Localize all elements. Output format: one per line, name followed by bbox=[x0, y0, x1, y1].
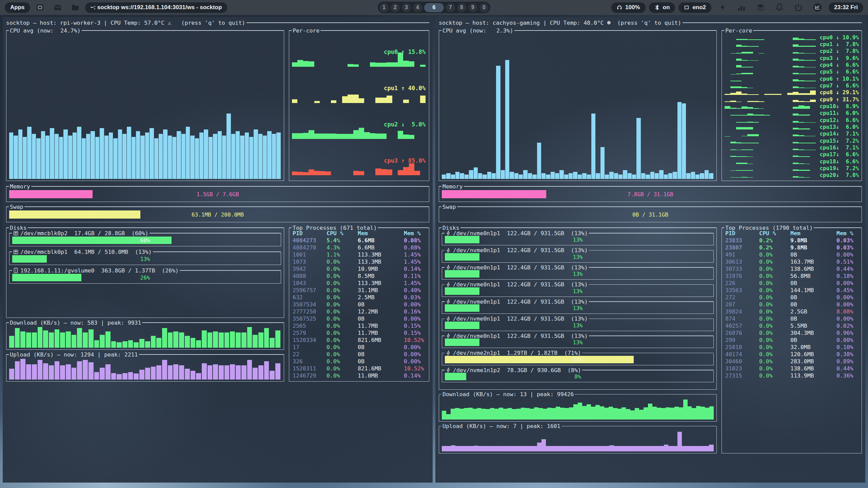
chart-bar bbox=[551, 446, 555, 451]
spark-bar bbox=[730, 156, 736, 157]
spark-bar bbox=[793, 114, 798, 116]
spark-bar bbox=[793, 135, 798, 136]
spark-bar bbox=[810, 122, 816, 123]
process-row: 27772500.0%12.2MB0.16% bbox=[293, 308, 426, 315]
gauge-label: 0B / 31.1GB bbox=[442, 211, 859, 218]
spark-bar bbox=[736, 115, 742, 116]
chart-bar bbox=[691, 446, 695, 451]
spark-bar bbox=[730, 115, 736, 116]
terminal-window-cachyos-gaming[interactable]: socktop — host: cachyos-gaming | CPU Tem… bbox=[435, 17, 865, 483]
spark-bar bbox=[753, 115, 759, 116]
process-cell: 0.0% bbox=[759, 258, 790, 265]
audio-levels-icon[interactable] bbox=[736, 2, 747, 13]
chart-bar bbox=[591, 114, 595, 179]
clock[interactable]: 23:32 Fri bbox=[829, 2, 863, 13]
spark-bar bbox=[403, 135, 409, 139]
workspace-7[interactable]: 7 bbox=[446, 3, 455, 12]
spark-bar bbox=[804, 93, 810, 95]
process-row: 335630.0%144.1MB0.45% bbox=[725, 287, 858, 294]
chart-bar bbox=[565, 408, 569, 419]
process-cell: 0.00% bbox=[404, 344, 426, 351]
folder-icon[interactable] bbox=[70, 2, 80, 13]
swap-panel: Swap 0B / 31.1GB bbox=[439, 207, 862, 222]
chart-bar bbox=[595, 405, 600, 419]
chart-bar bbox=[473, 409, 477, 420]
chart-bar bbox=[682, 103, 686, 179]
download-title: Download (KB/s) — now: 13 | peak: 99426 bbox=[441, 391, 575, 398]
disk-gauge-label: 13% bbox=[12, 256, 278, 263]
spark-bar bbox=[342, 96, 348, 103]
chart-bar bbox=[564, 175, 568, 179]
process-cell: 0.11% bbox=[404, 272, 426, 280]
spark-bar bbox=[804, 46, 810, 47]
layers-icon[interactable] bbox=[755, 2, 766, 13]
process-row: 238330.2%9.8MB0.03% bbox=[725, 237, 858, 244]
process-cell: 11.0MB bbox=[358, 372, 404, 379]
core-label: cpu4 ↓ 6.6% bbox=[820, 61, 859, 68]
spark-bar bbox=[725, 101, 730, 102]
window-title[interactable]: ~: socktop ws://192.168.1.104:3031/ws - … bbox=[85, 2, 228, 13]
spark-bar bbox=[314, 171, 320, 175]
spark-bar bbox=[736, 163, 742, 164]
core-row-cpu14: cpu14↓ 7.1% bbox=[725, 130, 859, 137]
chart-bar bbox=[32, 332, 37, 348]
apps-button[interactable]: Apps bbox=[5, 2, 30, 13]
spark-bar bbox=[381, 169, 387, 175]
chart-bar bbox=[666, 407, 670, 420]
core-sparkline bbox=[725, 145, 815, 150]
process-cell: 0.0% bbox=[327, 329, 358, 337]
bluetooth-indicator[interactable]: on bbox=[649, 2, 675, 13]
chart-bar bbox=[573, 404, 578, 420]
process-cell: 0.0% bbox=[759, 301, 790, 308]
disk-info: 122.4GB / 931.5GB (13%) bbox=[507, 315, 588, 322]
chart-bar bbox=[682, 446, 686, 451]
spark-bar bbox=[420, 65, 426, 66]
gauge-label: 7.8GB / 31.1GB bbox=[442, 190, 859, 198]
workspace-2[interactable]: 2 bbox=[391, 3, 400, 12]
volume-indicator[interactable]: 100% bbox=[611, 2, 645, 13]
chart-bar bbox=[474, 167, 478, 179]
workspace-1[interactable]: 1 bbox=[379, 3, 389, 12]
workspace-3[interactable]: 3 bbox=[402, 3, 411, 12]
window-icon[interactable] bbox=[35, 2, 45, 13]
workspace-8[interactable]: 8 bbox=[457, 3, 466, 12]
core-row-cpu7: cpu7 ↓ 6.6% bbox=[725, 82, 859, 89]
network-indicator[interactable]: eno2 bbox=[678, 2, 711, 13]
process-row: 2990.0%0B0.00% bbox=[725, 337, 858, 344]
spark-bar bbox=[804, 88, 810, 88]
process-cell: 0.15% bbox=[404, 322, 426, 329]
workspace-4[interactable]: 4 bbox=[413, 3, 422, 12]
workspace-9[interactable]: 9 bbox=[468, 3, 477, 12]
chart-bar bbox=[185, 336, 190, 348]
workspace-6[interactable]: 6 bbox=[424, 3, 444, 12]
monitor-app-icon[interactable] bbox=[812, 2, 823, 13]
spark-bar bbox=[359, 98, 364, 103]
chart-bar bbox=[477, 408, 481, 419]
chart-bar bbox=[508, 408, 512, 419]
spark-bar bbox=[409, 61, 414, 66]
spark-bar bbox=[793, 52, 798, 54]
spark-bar bbox=[303, 133, 309, 139]
bell-icon[interactable] bbox=[774, 2, 785, 13]
chart-bar bbox=[199, 133, 203, 179]
memory-title: Memory bbox=[9, 183, 31, 190]
process-cell: 31.1MB bbox=[358, 287, 404, 294]
disk-item: /dev/nvme0n1p1122.4GB / 931.5GB (13%)13% bbox=[442, 336, 714, 348]
power-profile-icon[interactable] bbox=[717, 2, 728, 13]
top-processes-panel: Top Processes (1790 total) PIDCPU %MemMe… bbox=[722, 228, 862, 453]
power-icon[interactable] bbox=[793, 2, 804, 13]
spark-bar bbox=[793, 66, 798, 67]
chart-bar bbox=[258, 134, 262, 179]
chart-bar bbox=[94, 372, 99, 380]
workspace-0[interactable]: 0 bbox=[479, 3, 489, 12]
mail-icon[interactable] bbox=[53, 2, 63, 13]
chart-bar bbox=[460, 173, 464, 179]
core-sparkline bbox=[725, 172, 815, 178]
process-cell: 8.08% bbox=[836, 308, 858, 315]
terminal-window-rpi-worker-3[interactable]: socktop — host: rpi-worker-3 | CPU Temp:… bbox=[3, 17, 433, 483]
spark-bar bbox=[742, 67, 747, 67]
core-sparkline bbox=[725, 48, 815, 54]
chart-bar bbox=[596, 173, 600, 179]
process-cell: 113.9MB bbox=[790, 372, 836, 379]
chart-bar bbox=[618, 175, 623, 179]
